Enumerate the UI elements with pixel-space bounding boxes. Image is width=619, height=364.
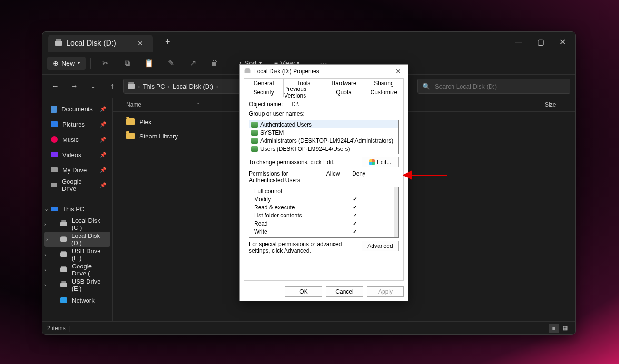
tab-hardware[interactable]: Hardware xyxy=(324,78,364,88)
sidebar: Documents 📌 Pictures 📌 Music 📌 Videos 📌 xyxy=(42,98,113,321)
status-bar: 2 items | ≡ ▦ xyxy=(42,321,575,334)
column-size[interactable]: Size xyxy=(416,101,545,108)
share-icon[interactable]: ↗ xyxy=(183,55,202,72)
picture-icon xyxy=(51,121,58,127)
sidebar-item-pictures[interactable]: Pictures 📌 xyxy=(42,117,112,132)
sidebar-item-network[interactable]: Network xyxy=(42,293,112,308)
chevron-down-icon[interactable]: ⌄ xyxy=(85,78,101,94)
new-tab-button[interactable]: + xyxy=(161,35,174,49)
window-tab[interactable]: Local Disk (D:) ✕ xyxy=(48,35,153,52)
delete-icon[interactable]: 🗑 xyxy=(205,55,224,72)
details-view-button[interactable]: ≡ xyxy=(549,324,559,333)
crumb-sep: › xyxy=(216,83,218,90)
sidebar-item-drive-d[interactable]: › Local Disk (D:) xyxy=(44,232,110,247)
chevron-right-icon[interactable]: › xyxy=(44,282,46,288)
perm-name: Read xyxy=(254,220,342,227)
group-item[interactable]: SYSTEM xyxy=(249,128,398,137)
chevron-down-icon: ▾ xyxy=(78,60,80,66)
sidebar-item-label: Local Disk (C:) xyxy=(72,217,107,231)
allow-header: Allow xyxy=(320,170,346,184)
crumb-sep: › xyxy=(168,83,170,90)
tab-security[interactable]: Security xyxy=(244,88,284,97)
edit-button[interactable]: Edit... xyxy=(362,157,399,167)
ok-button[interactable]: OK xyxy=(285,286,322,297)
permission-row[interactable]: Read✓ xyxy=(249,219,398,227)
permission-row[interactable]: List folder contents✓ xyxy=(249,211,398,219)
permission-row[interactable]: Read & execute✓ xyxy=(249,203,398,211)
group-item[interactable]: Administrators (DESKTOP-LM924L4\Administ… xyxy=(249,137,398,145)
tab-sharing[interactable]: Sharing xyxy=(364,78,404,88)
group-name: Administrators (DESKTOP-LM924L4\Administ… xyxy=(260,138,393,144)
disk-icon xyxy=(60,222,67,226)
arrow-line xyxy=(412,175,447,176)
groups-label: Group or user names: xyxy=(249,110,399,117)
tab-customize[interactable]: Customize xyxy=(364,88,404,97)
close-dialog-button[interactable]: ✕ xyxy=(393,67,404,76)
minimize-button[interactable]: — xyxy=(508,34,530,49)
permissions-listbox[interactable]: Full control Modify✓ Read & execute✓ Lis… xyxy=(249,187,399,238)
crumb-current[interactable]: Local Disk (D:) xyxy=(173,83,213,90)
pin-icon: 📌 xyxy=(100,152,107,158)
status-text: 2 items xyxy=(47,325,66,332)
rename-icon[interactable]: ✎ xyxy=(161,55,180,72)
chevron-right-icon[interactable]: › xyxy=(46,236,48,242)
copy-icon[interactable]: ⧉ xyxy=(118,55,137,72)
sidebar-item-googledrive-drive[interactable]: › Google Drive ( xyxy=(42,262,112,277)
sidebar-item-label: Network xyxy=(72,297,95,304)
close-window-button[interactable]: ✕ xyxy=(551,34,573,49)
advanced-button[interactable]: Advanced xyxy=(362,241,399,251)
permission-row[interactable]: Write✓ xyxy=(249,227,398,236)
forward-button[interactable]: → xyxy=(66,78,82,94)
sidebar-item-documents[interactable]: Documents 📌 xyxy=(42,101,112,117)
chevron-down-icon[interactable]: ⌄ xyxy=(44,206,49,212)
new-button[interactable]: ⊕ New ▾ xyxy=(47,57,86,70)
paste-icon[interactable]: 📋 xyxy=(139,55,158,72)
cancel-button[interactable]: Cancel xyxy=(326,286,363,297)
drive-icon xyxy=(51,183,57,187)
close-tab-icon[interactable]: ✕ xyxy=(135,39,146,48)
group-item[interactable]: Users (DESKTOP-LM924L4\Users) xyxy=(249,145,398,153)
plus-circle-icon: ⊕ xyxy=(53,59,59,67)
breadcrumb[interactable]: › This PC › Local Disk (D:) › xyxy=(123,79,247,94)
scrollbar[interactable] xyxy=(394,187,398,237)
back-button[interactable]: ← xyxy=(47,78,63,94)
up-button[interactable]: ↑ xyxy=(104,78,120,94)
disk-icon xyxy=(55,41,62,46)
pin-icon: 📌 xyxy=(100,167,107,173)
sidebar-item-googledrive[interactable]: Google Drive 📌 xyxy=(42,177,112,193)
sidebar-item-thispc[interactable]: ⌄ This PC xyxy=(42,201,112,216)
sidebar-item-drive-c[interactable]: › Local Disk (C:) xyxy=(42,216,112,232)
cut-icon[interactable]: ✂ xyxy=(96,55,115,72)
chevron-right-icon[interactable]: › xyxy=(44,267,46,273)
sidebar-item-mydrive[interactable]: My Drive 📌 xyxy=(42,162,112,177)
maximize-button[interactable]: ▢ xyxy=(530,34,551,49)
sidebar-item-music[interactable]: Music 📌 xyxy=(42,132,112,147)
disk-icon xyxy=(128,84,135,89)
group-item[interactable]: Authenticated Users xyxy=(249,120,398,128)
pin-icon: 📌 xyxy=(100,182,107,188)
chevron-right-icon[interactable]: › xyxy=(44,252,46,257)
sort-indicator-icon: ⌃ xyxy=(197,102,200,107)
document-icon xyxy=(51,106,57,113)
pin-icon: 📌 xyxy=(100,106,107,112)
icons-view-button[interactable]: ▦ xyxy=(560,324,570,333)
sidebar-item-usb-e2[interactable]: › USB Drive (E:) xyxy=(42,277,112,293)
group-listbox[interactable]: Authenticated Users SYSTEM Administrator… xyxy=(249,120,399,154)
sidebar-item-videos[interactable]: Videos 📌 xyxy=(42,147,112,162)
tab-previous-versions[interactable]: Previous Versions xyxy=(284,88,324,97)
music-icon xyxy=(51,136,58,143)
tab-general[interactable]: General xyxy=(244,78,284,88)
permission-row[interactable]: Full control xyxy=(249,187,398,195)
sidebar-item-label: My Drive xyxy=(62,167,87,174)
tab-quota[interactable]: Quota xyxy=(324,88,364,97)
search-input[interactable] xyxy=(435,83,565,90)
sidebar-item-label: Music xyxy=(62,136,79,143)
search-box[interactable]: 🔍 xyxy=(417,79,570,94)
chevron-right-icon[interactable]: › xyxy=(44,221,46,227)
disk-icon xyxy=(60,237,67,242)
apply-button[interactable]: Apply xyxy=(367,286,404,297)
crumb-root[interactable]: This PC xyxy=(143,83,165,90)
permission-row[interactable]: Modify✓ xyxy=(249,195,398,203)
sidebar-item-usb-e[interactable]: › USB Drive (E:) xyxy=(42,247,112,262)
perm-name: Modify xyxy=(254,196,342,203)
